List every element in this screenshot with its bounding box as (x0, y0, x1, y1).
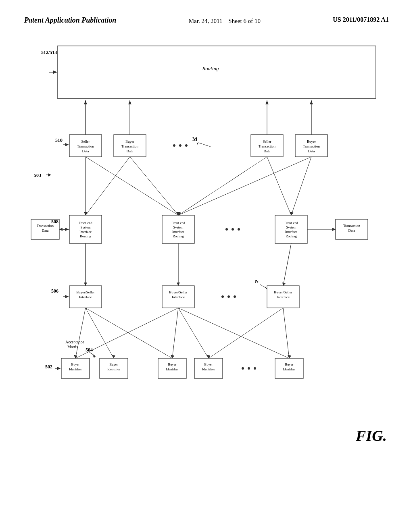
svg-text:Front-end: Front-end (79, 221, 92, 225)
svg-line-150 (75, 308, 178, 358)
svg-text:Front-end: Front-end (284, 221, 298, 225)
svg-point-18 (185, 144, 188, 147)
patent-diagram: Routing 512/513 503 Seller Transaction D… (25, 42, 388, 465)
svg-text:503: 503 (34, 172, 41, 178)
svg-text:Buyer: Buyer (204, 362, 213, 366)
svg-text:N: N (255, 278, 259, 284)
svg-rect-46 (162, 215, 194, 243)
svg-text:Identifier: Identifier (166, 367, 179, 371)
svg-text:Transaction: Transaction (303, 144, 320, 148)
svg-point-129 (254, 367, 256, 370)
diagram-area: Routing 512/513 503 Seller Transaction D… (25, 42, 388, 465)
svg-text:Buyer: Buyer (285, 362, 294, 366)
svg-marker-40 (310, 100, 313, 104)
svg-point-128 (248, 367, 250, 370)
svg-text:Transaction: Transaction (121, 144, 139, 148)
svg-text:Routing: Routing (202, 65, 219, 71)
svg-text:FIG. 5: FIG. 5 (355, 427, 388, 444)
svg-point-109 (221, 295, 224, 298)
svg-point-127 (242, 367, 244, 370)
svg-line-77 (178, 157, 267, 215)
svg-text:506: 506 (51, 288, 58, 294)
svg-line-20 (198, 143, 211, 147)
svg-text:Data: Data (42, 229, 49, 233)
svg-text:System: System (286, 225, 296, 229)
svg-marker-7 (48, 173, 51, 177)
svg-text:Transaction: Transaction (77, 144, 94, 148)
svg-point-111 (234, 295, 236, 298)
svg-text:Buyer/Seller: Buyer/Seller (274, 290, 292, 294)
publication-title: Patent Application Publication (24, 16, 116, 25)
svg-point-85 (225, 228, 228, 231)
svg-text:Buyer/Seller: Buyer/Seller (76, 290, 95, 294)
page-header: Patent Application Publication Mar. 24, … (0, 0, 413, 34)
svg-text:Transaction: Transaction (37, 224, 54, 228)
svg-marker-21 (196, 143, 198, 145)
svg-text:Identifier: Identifier (283, 367, 296, 371)
svg-text:System: System (173, 225, 183, 229)
svg-text:504: 504 (86, 347, 93, 353)
svg-marker-4 (53, 71, 57, 74)
svg-text:Identifier: Identifier (107, 367, 120, 371)
svg-marker-36 (128, 100, 131, 104)
svg-line-154 (209, 308, 283, 358)
svg-line-144 (178, 308, 209, 358)
svg-text:Identifier: Identifier (69, 367, 82, 371)
svg-marker-38 (265, 100, 269, 104)
svg-text:Buyer: Buyer (71, 362, 80, 366)
svg-point-110 (227, 295, 230, 298)
svg-marker-106 (177, 283, 180, 286)
svg-text:512/513: 512/513 (41, 50, 57, 55)
page-container: Patent Application Publication Mar. 24, … (0, 0, 413, 532)
svg-text:Buyer/Seller: Buyer/Seller (169, 290, 188, 294)
svg-text:Interface: Interface (79, 295, 92, 299)
svg-line-79 (267, 157, 291, 215)
svg-line-152 (178, 308, 289, 358)
svg-text:Buyer: Buyer (125, 139, 134, 143)
svg-line-83 (291, 157, 311, 215)
svg-text:Seller: Seller (81, 139, 90, 143)
svg-text:510: 510 (55, 137, 63, 143)
svg-text:Interface: Interface (79, 230, 92, 234)
svg-text:System: System (80, 225, 90, 229)
svg-text:Transaction: Transaction (259, 144, 276, 148)
svg-marker-32 (65, 143, 69, 146)
svg-marker-132 (57, 367, 60, 370)
svg-marker-63 (59, 228, 63, 231)
svg-rect-51 (275, 215, 307, 243)
publication-date: Mar. 24, 2011 Sheet 6 of 10 (189, 18, 261, 24)
svg-text:Matrix: Matrix (67, 345, 78, 349)
svg-text:Transaction: Transaction (343, 224, 361, 228)
svg-line-142 (172, 308, 178, 358)
svg-text:Acceptance: Acceptance (65, 340, 84, 344)
svg-line-146 (283, 308, 289, 358)
svg-text:M: M (192, 136, 197, 142)
svg-rect-41 (69, 215, 102, 243)
svg-text:Routing: Routing (80, 234, 91, 238)
svg-text:Data: Data (82, 149, 89, 153)
svg-text:Interface: Interface (172, 230, 184, 234)
svg-line-136 (90, 352, 96, 356)
svg-text:Interface: Interface (285, 230, 297, 234)
svg-point-16 (173, 144, 175, 147)
svg-text:Buyer: Buyer (307, 139, 316, 143)
svg-text:Interface: Interface (172, 295, 185, 299)
svg-line-73 (86, 157, 130, 215)
svg-text:Interface: Interface (277, 295, 290, 299)
svg-text:502: 502 (45, 364, 52, 370)
svg-text:Buyer: Buyer (110, 362, 118, 366)
svg-line-138 (75, 308, 86, 358)
svg-text:Data: Data (308, 149, 315, 153)
svg-point-86 (232, 228, 234, 231)
svg-marker-99 (65, 295, 69, 298)
svg-rect-0 (57, 46, 376, 98)
publication-info: Mar. 24, 2011 Sheet 6 of 10 (189, 16, 261, 26)
svg-text:Front-end: Front-end (171, 221, 185, 225)
svg-line-71 (86, 157, 178, 215)
svg-marker-104 (84, 283, 87, 286)
svg-text:Data: Data (348, 229, 355, 233)
svg-line-81 (178, 157, 311, 215)
svg-line-148 (86, 308, 172, 358)
svg-point-17 (179, 144, 181, 147)
svg-text:Buyer: Buyer (168, 362, 177, 366)
